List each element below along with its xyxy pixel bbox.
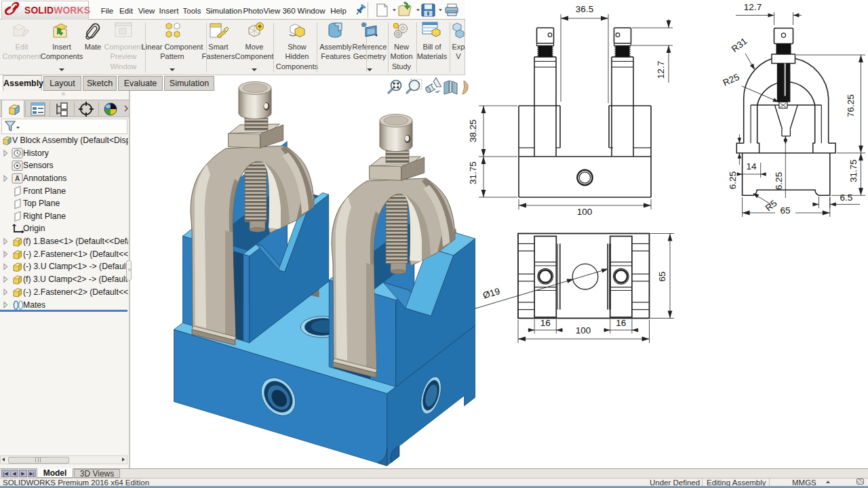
svg-text:31.75: 31.75 [468,161,478,184]
svg-text:65: 65 [780,205,790,216]
svg-text:R31: R31 [730,36,749,54]
svg-text:6.5: 6.5 [840,192,853,203]
svg-text:A: A [15,175,20,182]
svg-text:R25: R25 [722,72,741,88]
svg-text:6.25: 6.25 [774,172,784,190]
svg-text:65: 65 [657,271,667,281]
svg-text:14: 14 [746,161,757,171]
svg-text:76.25: 76.25 [846,94,856,117]
svg-text:16: 16 [616,318,626,328]
svg-text:100: 100 [576,325,591,336]
svg-text:12.7: 12.7 [656,61,666,79]
svg-text:38.25: 38.25 [468,119,478,142]
svg-text:100: 100 [577,207,593,217]
svg-text:31.75: 31.75 [848,159,859,182]
svg-text:16: 16 [540,318,551,328]
svg-text:Ø19: Ø19 [481,286,501,301]
svg-text:12.7: 12.7 [744,2,762,12]
svg-text:36.5: 36.5 [576,4,593,14]
svg-text:6.25: 6.25 [728,171,738,189]
